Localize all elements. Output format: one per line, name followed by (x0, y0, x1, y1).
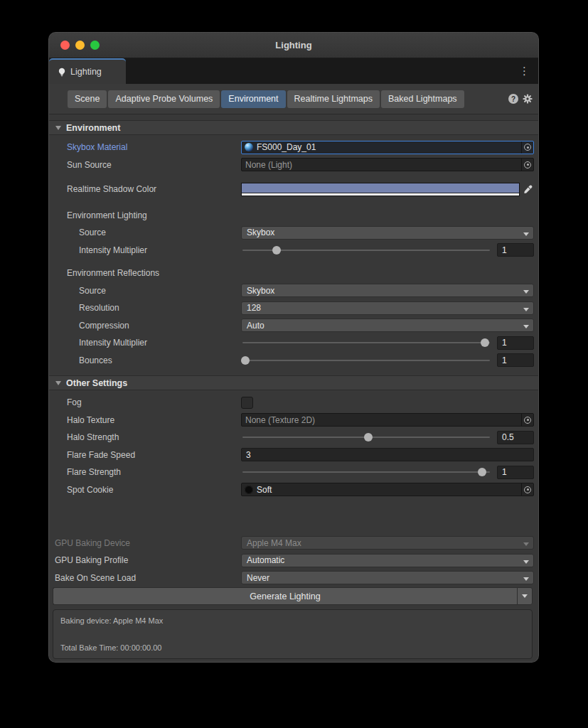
bounces-slider[interactable] (241, 353, 491, 367)
desktop-background: Lighting Lighting ⋮ Scene Adaptive Probe… (0, 0, 588, 728)
flare-fade-speed-label: Flare Fade Speed (49, 450, 241, 460)
halo-texture-value: None (Texture 2D) (242, 415, 521, 425)
halo-strength-value[interactable]: 0.5 (497, 431, 534, 444)
tab-realtime-lightmaps[interactable]: Realtime Lightmaps (287, 90, 380, 108)
traffic-lights (60, 33, 100, 58)
tab-adaptive-probe-volumes[interactable]: Adaptive Probe Volumes (108, 90, 220, 108)
kebab-menu-icon[interactable]: ⋮ (519, 58, 530, 84)
environment-lighting-label: Environment Lighting (49, 210, 241, 220)
section-environment[interactable]: Environment (49, 120, 538, 135)
section-other-settings[interactable]: Other Settings (49, 375, 538, 390)
lighting-toolbar: Scene Adaptive Probe Volumes Environment… (49, 84, 538, 114)
spot-cookie-label: Spot Cookie (49, 485, 241, 495)
gpu-baking-device-dropdown: Apple M4 Max (241, 536, 534, 550)
compression-dropdown[interactable]: Auto (241, 318, 534, 332)
chevron-down-icon (523, 577, 529, 581)
halo-strength-slider[interactable] (241, 431, 491, 444)
flare-fade-speed-input[interactable]: 3 (241, 448, 534, 461)
env-reflections-intensity-value[interactable]: 1 (497, 336, 534, 350)
compression-label: Compression (49, 321, 241, 331)
bake-on-scene-load-label: Bake On Scene Load (49, 573, 241, 583)
gear-icon[interactable] (523, 94, 533, 104)
env-lighting-intensity-value[interactable]: 1 (497, 243, 534, 257)
skybox-material-field[interactable]: FS000_Day_01 (241, 141, 534, 154)
generate-lighting-button[interactable]: Generate Lighting (53, 587, 517, 605)
bake-on-scene-load-dropdown[interactable]: Never (241, 571, 534, 584)
chevron-down-icon (523, 560, 529, 564)
row-bounces: Bounces 1 (49, 352, 538, 370)
object-picker-icon (524, 417, 531, 424)
realtime-shadow-color-label: Realtime Shadow Color (49, 184, 241, 194)
object-picker-icon (524, 486, 531, 493)
minimize-button[interactable] (75, 41, 85, 50)
shadow-color-swatch[interactable] (241, 183, 520, 196)
lightbulb-icon (58, 68, 66, 77)
tab-environment[interactable]: Environment (221, 90, 285, 108)
skybox-material-object-picker[interactable] (521, 141, 533, 154)
row-compression: Compression Auto (49, 317, 538, 335)
object-picker-icon (524, 144, 531, 151)
env-reflections-intensity-label: Intensity Multiplier (49, 338, 241, 348)
row-gpu-baking-profile: GPU Baking Profile Automatic (49, 552, 538, 569)
slider-track (242, 471, 490, 473)
tab-baked-lightmaps[interactable]: Baked Lightmaps (381, 90, 464, 108)
eyedropper-icon[interactable] (522, 183, 534, 196)
slider-handle[interactable] (272, 246, 281, 255)
bounces-label: Bounces (49, 355, 241, 365)
slider-handle[interactable] (364, 433, 373, 441)
flare-strength-value[interactable]: 1 (497, 466, 534, 479)
row-skybox-material: Skybox Material FS000_Day_01 (49, 139, 538, 156)
halo-texture-object-picker[interactable] (521, 414, 533, 426)
env-lighting-source-value: Skybox (247, 228, 274, 237)
environment-reflections-label: Environment Reflections (49, 268, 241, 278)
generate-lighting-dropdown-button[interactable] (517, 587, 533, 605)
env-lighting-intensity-slider[interactable] (241, 243, 491, 257)
sun-source-value: None (Light) (242, 160, 521, 170)
slider-handle[interactable] (478, 468, 486, 476)
generate-lighting-row: Generate Lighting (53, 587, 533, 605)
row-environment-lighting: Environment Lighting (49, 207, 538, 225)
row-environment-reflections: Environment Reflections (49, 264, 538, 282)
spot-cookie-object-picker[interactable] (521, 483, 533, 496)
slider-handle[interactable] (481, 338, 489, 347)
slider-handle[interactable] (241, 356, 250, 365)
fog-checkbox[interactable] (241, 397, 253, 409)
sun-source-object-picker[interactable] (521, 159, 533, 171)
lighting-window: Lighting Lighting ⋮ Scene Adaptive Probe… (48, 32, 539, 663)
chevron-down-icon (523, 325, 529, 328)
bake-on-scene-load-value: Never (247, 573, 269, 583)
tab-scene[interactable]: Scene (68, 90, 107, 108)
gpu-baking-profile-label: GPU Baking Profile (49, 555, 241, 565)
tab-lighting[interactable]: Lighting (49, 58, 126, 84)
resolution-label: Resolution (49, 303, 241, 313)
flare-strength-slider[interactable] (241, 466, 491, 479)
bounces-value[interactable]: 1 (497, 353, 534, 367)
sun-source-field[interactable]: None (Light) (241, 158, 534, 171)
close-button[interactable] (60, 41, 70, 50)
environment-panel: Environment Skybox Material FS000_Day_01… (49, 114, 538, 663)
disclosure-triangle-icon (55, 381, 61, 385)
compression-value: Auto (247, 321, 264, 331)
resolution-dropdown[interactable]: 128 (241, 301, 534, 315)
dock-tab-bar: Lighting ⋮ (49, 58, 538, 84)
zoom-button[interactable] (90, 41, 100, 50)
spot-cookie-field[interactable]: Soft (241, 483, 534, 496)
help-icon[interactable]: ? (508, 94, 518, 104)
toolbar-right-icons: ? (508, 84, 533, 114)
halo-texture-field[interactable]: None (Texture 2D) (241, 413, 534, 427)
gpu-baking-profile-value: Automatic (247, 555, 284, 565)
row-sun-source: Sun Source None (Light) (49, 156, 538, 174)
env-lighting-source-dropdown[interactable]: Skybox (241, 226, 534, 240)
env-reflections-source-dropdown[interactable]: Skybox (241, 284, 534, 297)
row-gpu-baking-device: GPU Baking Device Apple M4 Max (49, 535, 538, 552)
chevron-down-icon (523, 308, 529, 311)
row-realtime-shadow-color: Realtime Shadow Color (49, 181, 538, 198)
env-reflections-intensity-slider[interactable] (241, 336, 491, 350)
row-fog: Fog (49, 394, 538, 412)
gpu-baking-profile-dropdown[interactable]: Automatic (241, 554, 534, 567)
section-other-settings-title: Other Settings (66, 378, 127, 388)
row-resolution: Resolution 128 (49, 299, 538, 317)
row-env-lighting-source: Source Skybox (49, 224, 538, 242)
row-spot-cookie: Spot Cookie Soft (49, 481, 538, 499)
material-sphere-icon (245, 143, 253, 151)
